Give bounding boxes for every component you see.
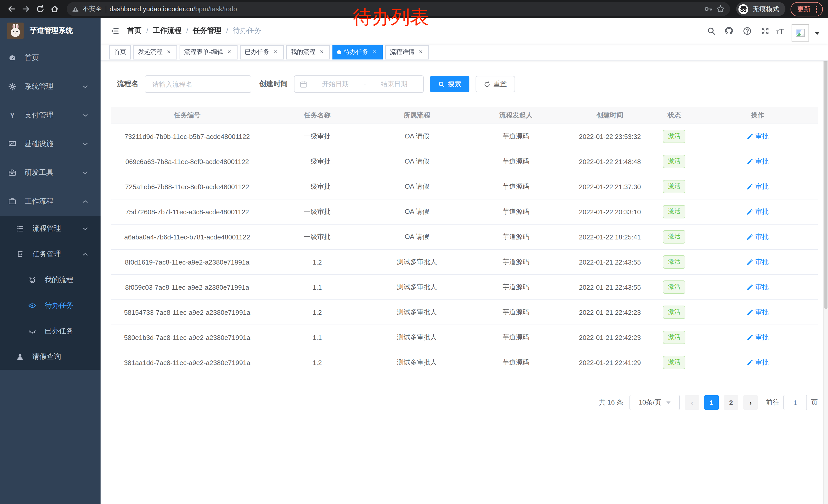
font-size-button[interactable]: TT bbox=[777, 27, 784, 35]
sidebar-item-label: 流程管理 bbox=[32, 224, 61, 233]
cell-created: 2022-01-21 22:42:23 bbox=[569, 300, 651, 325]
help-button[interactable] bbox=[741, 24, 754, 37]
sidebar-item-process-mgmt[interactable]: 流程管理 bbox=[0, 216, 100, 241]
reset-button[interactable]: 重置 bbox=[475, 76, 515, 92]
sidebar-menu: 首页系统管理¥支付管理基础设施研发工具工作流程流程管理任务管理我的流程待办任务已… bbox=[0, 44, 100, 504]
browser-home-button[interactable] bbox=[48, 3, 60, 15]
status-badge: 激活 bbox=[663, 130, 686, 143]
header-search-button[interactable] bbox=[705, 24, 718, 37]
close-icon[interactable]: × bbox=[272, 48, 279, 56]
close-icon[interactable]: × bbox=[371, 48, 378, 56]
bookmark-star-icon[interactable] bbox=[716, 5, 725, 13]
close-icon[interactable]: × bbox=[318, 48, 325, 56]
sidebar-item-label: 任务管理 bbox=[32, 250, 61, 259]
cell-status: 激活 bbox=[651, 225, 698, 249]
github-button[interactable] bbox=[722, 24, 736, 37]
table-body: 73211d9d-7b9b-11ec-b5b7-acde48001122一级审批… bbox=[111, 124, 818, 375]
sidebar-item-todo-tasks[interactable]: 待办任务 bbox=[0, 293, 100, 318]
tab-process-detail[interactable]: 流程详情× bbox=[385, 45, 429, 59]
page-button-1[interactable]: 1 bbox=[704, 395, 719, 410]
status-badge: 激活 bbox=[663, 205, 686, 218]
column-header: 所属流程 bbox=[371, 107, 463, 124]
breadcrumb-item[interactable]: 工作流程 bbox=[153, 26, 181, 35]
avatar-caret-icon[interactable] bbox=[815, 32, 820, 35]
scrollbar-thumb[interactable] bbox=[824, 22, 827, 309]
cell-process: 测试多审批人 bbox=[371, 350, 463, 375]
goto-page-input[interactable] bbox=[783, 395, 807, 410]
cell-process: 测试多审批人 bbox=[371, 250, 463, 274]
cell-status: 激活 bbox=[651, 124, 698, 149]
toolbox-icon bbox=[8, 169, 16, 177]
approve-link[interactable]: 审批 bbox=[747, 157, 769, 166]
fullscreen-button[interactable] bbox=[758, 24, 772, 37]
approve-link[interactable]: 审批 bbox=[747, 182, 769, 191]
column-header: 创建时间 bbox=[569, 107, 651, 124]
sidebar-item-infrastructure[interactable]: 基础设施 bbox=[0, 130, 100, 158]
approve-link[interactable]: 审批 bbox=[747, 308, 769, 317]
page-size-select[interactable]: 10条/页 bbox=[629, 395, 680, 410]
approve-link[interactable]: 审批 bbox=[747, 358, 769, 367]
sidebar-item-task-mgmt[interactable]: 任务管理 bbox=[0, 241, 100, 267]
process-name-input[interactable] bbox=[151, 80, 245, 88]
avatar[interactable] bbox=[792, 24, 809, 42]
browser-forward-button[interactable] bbox=[19, 3, 32, 15]
approve-link[interactable]: 审批 bbox=[747, 258, 769, 267]
sidebar-item-pay-mgmt[interactable]: ¥支付管理 bbox=[0, 101, 100, 130]
question-circle-icon bbox=[743, 27, 752, 35]
process-name-field[interactable] bbox=[145, 75, 251, 93]
page-button-2[interactable]: 2 bbox=[724, 395, 738, 410]
cell-status: 激活 bbox=[651, 199, 698, 224]
reload-icon bbox=[36, 5, 44, 13]
sidebar-collapse-button[interactable] bbox=[110, 27, 119, 35]
browser-reload-button[interactable] bbox=[34, 3, 46, 15]
sidebar-item-home[interactable]: 首页 bbox=[0, 44, 100, 72]
cell-process: 测试多审批人 bbox=[371, 325, 463, 350]
cell-created: 2022-01-22 23:53:32 bbox=[569, 124, 651, 149]
approve-link[interactable]: 审批 bbox=[747, 232, 769, 241]
breadcrumb-item[interactable]: 首页 bbox=[127, 26, 141, 35]
tab-done-tasks[interactable]: 已办任务× bbox=[240, 45, 284, 59]
browser-update-button[interactable]: 更新 bbox=[791, 2, 823, 16]
close-icon[interactable]: × bbox=[417, 48, 424, 56]
cell-task-id: 725a1eb6-7b88-11ec-8ef0-acde48001122 bbox=[111, 174, 263, 199]
close-icon[interactable]: × bbox=[165, 48, 172, 56]
cell-process: 测试多审批人 bbox=[371, 275, 463, 300]
url-text: dashboard.yudao.iocoder.cn/bpm/task/todo bbox=[110, 5, 237, 13]
date-range-picker[interactable]: 开始日期 - 结束日期 bbox=[294, 75, 424, 93]
status-badge: 激活 bbox=[663, 280, 686, 294]
tab-my-process[interactable]: 我的流程× bbox=[286, 45, 330, 59]
sidebar-item-system-mgmt[interactable]: 系统管理 bbox=[0, 72, 100, 101]
kebab-menu-icon[interactable] bbox=[815, 4, 818, 13]
end-date-placeholder: 结束日期 bbox=[370, 80, 418, 89]
prev-page-button[interactable]: ‹ bbox=[685, 395, 699, 410]
approve-link[interactable]: 审批 bbox=[747, 132, 769, 141]
close-icon[interactable]: × bbox=[226, 48, 233, 56]
cell-status: 激活 bbox=[651, 300, 698, 325]
tab-form-edit[interactable]: 流程表单-编辑× bbox=[179, 45, 238, 59]
breadcrumb-separator: / bbox=[186, 27, 188, 35]
scrollbar-track bbox=[823, 18, 828, 504]
tab-label: 流程表单-编辑 bbox=[184, 48, 223, 56]
tab-todo-tasks[interactable]: 待办任务× bbox=[332, 45, 383, 59]
browser-back-button[interactable] bbox=[5, 3, 17, 15]
status-badge: 激活 bbox=[663, 306, 686, 319]
cell-action: 审批 bbox=[697, 250, 818, 274]
sidebar-item-dev-tools[interactable]: 研发工具 bbox=[0, 158, 100, 187]
tab-start-process[interactable]: 发起流程× bbox=[133, 45, 177, 59]
tab-home[interactable]: 首页 bbox=[109, 45, 131, 59]
sidebar-item-leave-query[interactable]: 请假查询 bbox=[0, 344, 100, 370]
key-icon[interactable] bbox=[704, 5, 713, 13]
search-button[interactable]: 搜索 bbox=[430, 76, 469, 92]
approve-link[interactable]: 审批 bbox=[747, 282, 769, 292]
next-page-button[interactable]: › bbox=[743, 395, 758, 410]
app-logo[interactable]: 芋道管理系统 bbox=[0, 18, 100, 44]
approve-link[interactable]: 审批 bbox=[747, 207, 769, 216]
approve-link[interactable]: 审批 bbox=[747, 333, 769, 342]
column-header: 状态 bbox=[651, 107, 698, 124]
breadcrumb-item[interactable]: 任务管理 bbox=[193, 26, 222, 35]
cell-process: OA 请假 bbox=[371, 174, 463, 199]
sidebar-item-my-process[interactable]: 我的流程 bbox=[0, 267, 100, 293]
sidebar-item-done-tasks[interactable]: 已办任务 bbox=[0, 318, 100, 344]
cell-task-id: 58154733-7ac8-11ec-a9e2-a2380e71991a bbox=[111, 300, 263, 325]
sidebar-item-workflow[interactable]: 工作流程 bbox=[0, 187, 100, 216]
